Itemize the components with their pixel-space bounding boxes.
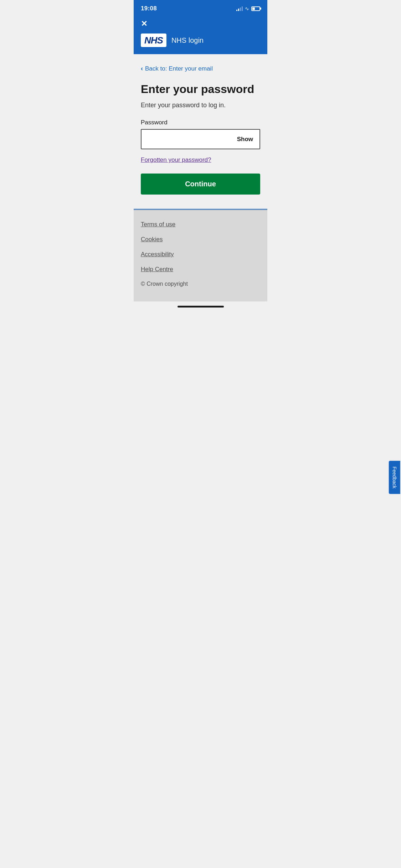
continue-button[interactable]: Continue [141, 174, 260, 195]
status-icons: ∿ [236, 6, 260, 11]
copyright-text: © Crown copyright [141, 281, 260, 287]
forgot-password-link[interactable]: Forgotten your password? [141, 156, 260, 164]
close-button[interactable]: ✕ [141, 19, 147, 29]
help-centre-link[interactable]: Help Centre [141, 266, 260, 273]
page-description: Enter your password to log in. [141, 102, 260, 109]
back-link-text: Back to: Enter your email [145, 65, 213, 72]
home-bar [178, 306, 224, 308]
chevron-left-icon: ‹ [141, 65, 143, 72]
password-form-group: Password Show [141, 119, 260, 149]
accessibility-link[interactable]: Accessibility [141, 251, 260, 258]
nhs-logo: NHS [141, 33, 166, 47]
header: ✕ NHS NHS login [134, 15, 267, 54]
password-label: Password [141, 119, 260, 126]
signal-icon [236, 6, 243, 11]
page-title: Enter your password [141, 82, 260, 96]
terms-of-use-link[interactable]: Terms of use [141, 221, 260, 228]
show-password-button[interactable]: Show [236, 134, 255, 144]
home-indicator [134, 301, 267, 315]
cookies-link[interactable]: Cookies [141, 236, 260, 243]
main-content: ‹ Back to: Enter your email Enter your p… [134, 54, 267, 209]
header-title: NHS login [171, 36, 204, 45]
password-input-wrapper: Show [141, 129, 260, 149]
wifi-icon: ∿ [245, 6, 249, 11]
header-branding: NHS NHS login [141, 33, 260, 47]
status-time: 19:08 [141, 5, 157, 12]
footer: Terms of use Cookies Accessibility Help … [134, 210, 267, 301]
status-bar: 19:08 ∿ [134, 0, 267, 15]
battery-icon [251, 6, 260, 11]
back-link[interactable]: ‹ Back to: Enter your email [141, 65, 260, 72]
